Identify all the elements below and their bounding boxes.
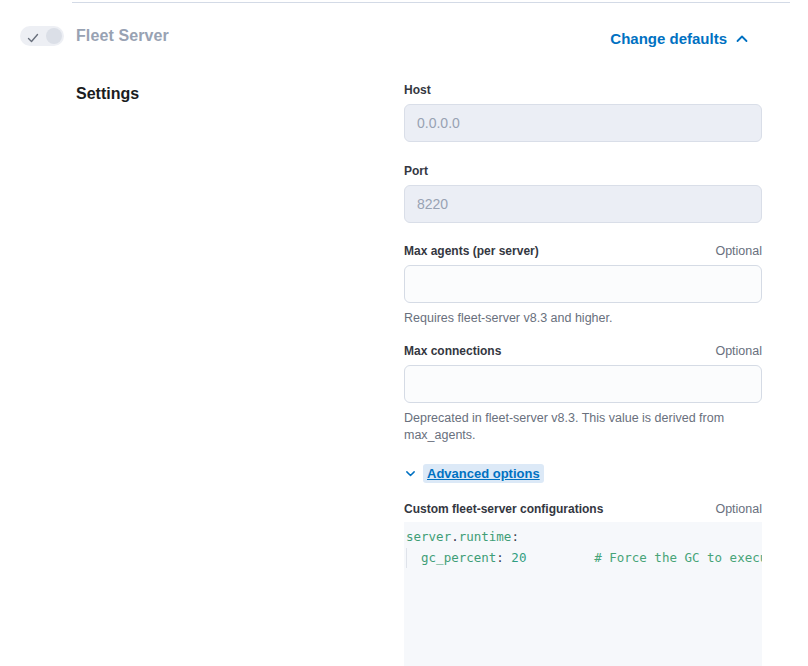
top-divider — [72, 2, 790, 3]
max-agents-optional-badge: Optional — [715, 244, 762, 258]
code-token — [526, 550, 594, 565]
code-token: 20 — [504, 550, 527, 565]
port-field-row: Port — [404, 164, 762, 223]
code-token: # Force the GC to execute more frequentl… — [594, 550, 762, 565]
code-token: runtime — [459, 529, 512, 544]
max-agents-label: Max agents (per server) — [404, 244, 539, 258]
toggle-thumb — [46, 28, 62, 44]
max-connections-label: Max connections — [404, 344, 501, 358]
indent-guide — [406, 548, 407, 568]
code-token: : — [496, 550, 504, 565]
yaml-code: server.runtime: gc_percent: 20 # Force t… — [404, 522, 762, 568]
fleet-server-header: Fleet Server — [20, 26, 169, 46]
advanced-options-link[interactable]: Advanced options — [423, 464, 544, 483]
settings-form: Host Port Max agents (per server) Option… — [404, 83, 762, 666]
port-input[interactable] — [404, 185, 762, 223]
chevron-up-icon — [734, 31, 750, 47]
settings-section-title: Settings — [76, 85, 139, 103]
code-token: . — [451, 529, 459, 544]
port-label: Port — [404, 164, 428, 178]
host-field-row: Host — [404, 83, 762, 142]
check-icon — [27, 30, 39, 42]
change-defaults-label: Change defaults — [610, 30, 727, 47]
max-connections-help-text: Deprecated in fleet-server v8.3. This va… — [404, 410, 762, 444]
custom-config-optional-badge: Optional — [715, 502, 762, 516]
max-connections-field-row: Max connections Optional Deprecated in f… — [404, 344, 762, 444]
code-token: server — [406, 529, 451, 544]
code-token: : — [511, 529, 519, 544]
max-connections-input[interactable] — [404, 365, 762, 403]
fleet-server-label: Fleet Server — [76, 27, 169, 45]
max-agents-field-row: Max agents (per server) Optional Require… — [404, 244, 762, 327]
custom-config-field-row: Custom fleet-server configurations Optio… — [404, 502, 762, 666]
max-connections-optional-badge: Optional — [715, 344, 762, 358]
fleet-server-settings-page: Fleet Server Change defaults Settings Ho… — [0, 0, 808, 666]
advanced-options-row: Advanced options — [404, 464, 762, 483]
host-label: Host — [404, 83, 431, 97]
change-defaults-button[interactable]: Change defaults — [610, 30, 750, 47]
max-agents-input[interactable] — [404, 265, 762, 303]
host-input[interactable] — [404, 104, 762, 142]
custom-config-code-editor[interactable]: server.runtime: gc_percent: 20 # Force t… — [404, 522, 762, 666]
max-agents-help-text: Requires fleet-server v8.3 and higher. — [404, 310, 762, 327]
fleet-server-toggle[interactable] — [20, 26, 64, 46]
chevron-down-icon[interactable] — [404, 467, 417, 480]
code-token: gc_percent — [406, 550, 496, 565]
custom-config-label: Custom fleet-server configurations — [404, 502, 603, 516]
